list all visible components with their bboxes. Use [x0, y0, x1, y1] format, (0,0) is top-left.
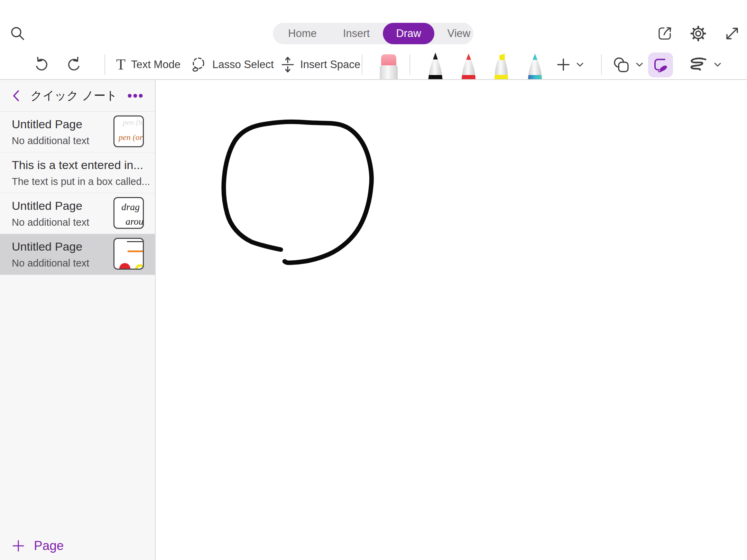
tab-home[interactable]: Home	[275, 23, 330, 44]
eraser-tool[interactable]	[380, 54, 398, 80]
eraser-body	[380, 65, 398, 80]
top-bar: Home Insert Draw View	[0, 0, 747, 50]
insert-space-button[interactable]: Insert Space	[281, 50, 360, 79]
ink-to-shape-icon	[652, 57, 669, 73]
add-page-label: Page	[34, 539, 64, 553]
redo-button[interactable]	[64, 50, 81, 79]
sidebar-header: クイック ノート	[0, 80, 155, 112]
thumbnail-text: arou	[126, 217, 144, 226]
ink-to-shape-button[interactable]	[648, 53, 673, 77]
page-title: This is a text entered in...	[12, 158, 151, 172]
plus-icon	[12, 539, 25, 552]
teal-pen-tool[interactable]	[526, 52, 544, 80]
drawing-canvas[interactable]	[156, 80, 747, 560]
text-mode-button[interactable]: T Text Mode	[116, 50, 181, 79]
hand-drawn-circle-ink	[221, 118, 380, 271]
toolbar-divider	[601, 54, 602, 75]
lasso-select-label: Lasso Select	[212, 58, 274, 71]
back-chevron-icon[interactable]	[12, 90, 21, 102]
ribbon-tabs: Home Insert Draw View	[273, 23, 473, 44]
page-list-item[interactable]: This is a text entered in... The text is…	[0, 152, 155, 193]
yellow-highlighter-tool[interactable]	[492, 52, 510, 80]
thumbnail-text: drag	[121, 202, 140, 212]
shapes-button[interactable]	[612, 50, 643, 79]
more-options-icon[interactable]	[127, 93, 143, 98]
page-thumbnail: pen (bl pen (ora	[113, 115, 144, 147]
page-list-sidebar: クイック ノート Untitled Page No additional tex…	[0, 80, 156, 560]
chevron-down-icon	[714, 62, 721, 67]
page-list-item[interactable]: Untitled Page No additional text drag ar…	[0, 193, 155, 234]
thumbnail-text-faint: pen (bl	[123, 119, 144, 126]
insert-space-icon	[281, 56, 295, 73]
ink-squiggle-icon	[687, 57, 708, 73]
thumbnail-text-orange: pen (ora	[119, 133, 144, 141]
expand-fullscreen-icon[interactable]	[723, 25, 741, 42]
settings-gear-icon[interactable]	[690, 25, 707, 42]
plus-icon	[556, 57, 571, 72]
black-pen-tool[interactable]	[427, 52, 444, 80]
ink-stroke-button[interactable]	[687, 50, 721, 79]
add-page-button[interactable]: Page	[0, 535, 155, 557]
page-thumbnail: drag arou	[113, 197, 144, 229]
toolbar-divider	[362, 54, 362, 75]
top-actions	[656, 25, 741, 42]
toolbar-divider	[104, 54, 105, 75]
lasso-select-button[interactable]: Lasso Select	[190, 50, 274, 79]
page-thumbnail	[113, 238, 144, 270]
share-icon[interactable]	[656, 25, 673, 42]
shapes-icon	[612, 56, 630, 74]
tab-draw[interactable]: Draw	[383, 23, 434, 44]
add-pen-button[interactable]	[556, 50, 584, 79]
notebook-title: クイック ノート	[21, 88, 127, 104]
onenote-app-window: Home Insert Draw View	[0, 0, 747, 560]
chevron-down-icon	[636, 62, 643, 67]
tab-view[interactable]: View	[434, 23, 484, 44]
lasso-icon	[190, 56, 207, 73]
toolbar-divider	[409, 54, 410, 75]
draw-toolbar: T Text Mode Lasso Select Insert Space	[0, 50, 747, 80]
thumbnail-ink-preview	[114, 239, 143, 269]
chevron-down-icon	[576, 62, 584, 67]
text-mode-label: Text Mode	[131, 58, 181, 71]
red-pen-tool[interactable]	[460, 52, 477, 80]
insert-space-label: Insert Space	[300, 58, 360, 71]
page-list-item-selected[interactable]: Untitled Page No additional text	[0, 234, 155, 275]
eraser-cap	[381, 54, 396, 66]
search-icon[interactable]	[9, 25, 26, 42]
undo-button[interactable]	[35, 50, 51, 79]
page-list-item[interactable]: Untitled Page No additional text pen (bl…	[0, 112, 155, 152]
text-mode-icon: T	[116, 57, 126, 72]
page-subtitle: The text is put in a box called...	[12, 176, 151, 187]
tab-insert[interactable]: Insert	[330, 23, 383, 44]
